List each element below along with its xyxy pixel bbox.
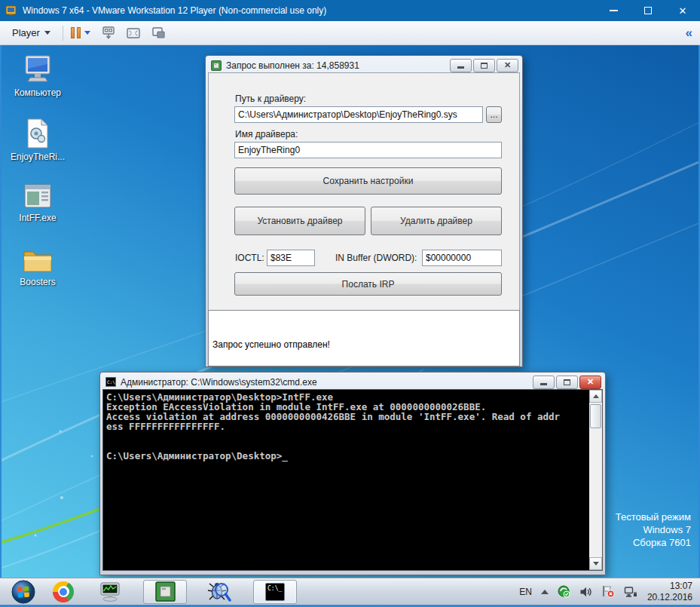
collapse-toolbar-icon[interactable]: « bbox=[686, 26, 692, 41]
vmware-titlebar: Windows 7 x64 - VMware Workstation 12 Pl… bbox=[0, 0, 700, 21]
desktop-icon-column: Компьютер EnjoyTheRi... bbox=[6, 54, 69, 293]
language-indicator[interactable]: EN bbox=[519, 587, 532, 597]
scroll-up-icon[interactable] bbox=[589, 390, 602, 403]
taskbar-clock[interactable]: 13:07 20.12.2016 bbox=[647, 581, 692, 603]
install-driver-button[interactable]: Установить драйвер bbox=[234, 207, 365, 235]
cmd-titlebar[interactable]: C:\ Администратор: C:\Windows\system32\c… bbox=[102, 375, 603, 389]
toolbar-separator bbox=[63, 26, 63, 41]
cmd-maximize-icon[interactable] bbox=[556, 376, 578, 389]
chip-icon bbox=[155, 581, 176, 602]
desktop-item-computer[interactable]: Компьютер bbox=[6, 54, 69, 100]
player-menu-label: Player bbox=[12, 27, 40, 38]
remove-driver-button[interactable]: Удалить драйвер bbox=[371, 207, 502, 235]
cmd-close-icon[interactable]: ✕ bbox=[579, 376, 601, 389]
cmd-line bbox=[106, 431, 587, 441]
in-buffer-input[interactable] bbox=[422, 250, 502, 266]
cmd-console[interactable]: C:\Users\Администратор\Desktop>IntFF.exe… bbox=[102, 389, 603, 571]
guest-desktop: Компьютер EnjoyTheRi... bbox=[0, 45, 700, 578]
cmd-minimize-icon[interactable] bbox=[533, 376, 555, 389]
network-icon[interactable] bbox=[624, 586, 638, 598]
driver-dialog-window: Запрос выполнен за: 14,858931 ✕ Путь к д… bbox=[205, 55, 523, 367]
dialog-minimize-icon[interactable] bbox=[450, 59, 472, 72]
save-settings-button[interactable]: Сохранить настройки bbox=[234, 167, 502, 195]
volume-icon[interactable] bbox=[579, 586, 592, 598]
start-button[interactable] bbox=[0, 580, 47, 604]
test-mode-watermark: Тестовый режим Windows 7 Сборка 7601 bbox=[616, 510, 691, 549]
send-irp-button[interactable]: Послать IRP bbox=[234, 272, 502, 296]
desktop-item-label: Boosters bbox=[20, 277, 55, 287]
driver-path-label: Путь к драйверу: bbox=[235, 94, 306, 104]
log-line: Запрос успешно отправлен! bbox=[212, 339, 515, 351]
request-log: Запрос успешно отправлен! - IOCTL : 0x00… bbox=[208, 310, 520, 366]
chrome-icon bbox=[53, 581, 74, 602]
suspend-vm-icon[interactable] bbox=[71, 27, 81, 38]
vmware-tools-tray-icon[interactable] bbox=[558, 585, 570, 598]
watermark-line: Сборка 7601 bbox=[616, 536, 691, 549]
driver-name-input[interactable] bbox=[234, 142, 502, 158]
desktop-item-boosters[interactable]: Boosters bbox=[6, 247, 69, 293]
driver-dialog-body: Путь к драйверу: ... Имя драйвера: Сохра… bbox=[208, 72, 520, 366]
send-ctrl-alt-del-icon[interactable] bbox=[101, 26, 116, 41]
system-monitor-icon bbox=[99, 581, 121, 602]
cmd-output: C:\Users\Администратор\Desktop>IntFF.exe… bbox=[106, 392, 587, 461]
watermark-line: Windows 7 bbox=[616, 523, 691, 536]
browse-button[interactable]: ... bbox=[486, 106, 502, 123]
guest-taskbar: C:\_ EN bbox=[0, 578, 700, 605]
debugger-bug-icon bbox=[207, 581, 231, 603]
taskbar-debugger-button[interactable] bbox=[197, 580, 241, 604]
cmd-line: ess FFFFFFFFFFFFFFFF. bbox=[106, 422, 587, 431]
vmware-minimize-icon[interactable] bbox=[596, 0, 631, 21]
vmware-window-title: Windows 7 x64 - VMware Workstation 12 Pl… bbox=[23, 5, 326, 16]
taskbar-cmd-button[interactable]: C:\_ bbox=[253, 580, 297, 604]
driver-name-label: Имя драйвера: bbox=[235, 129, 298, 139]
computer-icon bbox=[21, 54, 54, 84]
player-menu-button[interactable]: Player bbox=[8, 24, 55, 41]
clock-time: 13:07 bbox=[647, 581, 692, 592]
clock-date: 20.12.2016 bbox=[647, 592, 692, 603]
watermark-line: Тестовый режим bbox=[616, 510, 691, 523]
cmd-scrollbar[interactable] bbox=[589, 390, 602, 570]
vmware-player-window: Windows 7 x64 - VMware Workstation 12 Pl… bbox=[0, 0, 700, 607]
unity-mode-icon[interactable] bbox=[151, 26, 167, 41]
application-icon bbox=[23, 182, 53, 210]
show-hidden-icons-icon[interactable] bbox=[541, 590, 549, 594]
system-file-icon bbox=[25, 118, 50, 149]
vmware-app-icon bbox=[5, 5, 17, 17]
dialog-maximize-icon[interactable] bbox=[473, 59, 495, 72]
scroll-down-icon[interactable] bbox=[589, 557, 602, 570]
chip-icon bbox=[211, 60, 222, 71]
driver-dialog-titlebar[interactable]: Запрос выполнен за: 14,858931 ✕ bbox=[208, 58, 520, 72]
start-orb-icon bbox=[11, 580, 35, 604]
scrollbar-thumb[interactable] bbox=[590, 404, 601, 428]
cmd-icon: C:\ bbox=[105, 377, 116, 387]
power-options-caret-icon[interactable] bbox=[84, 31, 90, 35]
cmd-window: C:\ Администратор: C:\Windows\system32\c… bbox=[99, 372, 606, 575]
folder-icon bbox=[22, 247, 53, 274]
desktop-item-label: Компьютер bbox=[14, 87, 61, 98]
fullscreen-icon[interactable] bbox=[125, 26, 142, 41]
vmware-close-icon[interactable]: ✕ bbox=[665, 0, 700, 21]
taskbar-driver-tool-button[interactable] bbox=[143, 580, 187, 604]
in-buffer-label: IN Buffer (DWORD): bbox=[335, 253, 417, 263]
taskbar-chrome-button[interactable] bbox=[47, 580, 80, 604]
desktop-item-label: EnjoyTheRi... bbox=[11, 152, 65, 162]
desktop-item-enjoythering[interactable]: EnjoyTheRi... bbox=[6, 118, 69, 164]
cmd-prompt-line: C:\Users\Администратор\Desktop>_ bbox=[106, 451, 587, 461]
action-center-flag-icon[interactable] bbox=[601, 585, 615, 598]
player-menu-caret-icon bbox=[44, 31, 50, 35]
desktop-item-intff[interactable]: IntFF.exe bbox=[6, 182, 69, 228]
ioctl-label: IOCTL: bbox=[235, 253, 264, 263]
vmware-toolbar: Player « bbox=[0, 21, 700, 45]
cmd-icon: C:\_ bbox=[265, 583, 285, 601]
taskbar-monitor-button[interactable] bbox=[89, 580, 131, 604]
cmd-title: Администратор: C:\Windows\system32\cmd.e… bbox=[121, 377, 317, 388]
system-tray: EN bbox=[519, 581, 700, 603]
vmware-maximize-icon[interactable] bbox=[631, 0, 665, 21]
driver-dialog-title: Запрос выполнен за: 14,858931 bbox=[226, 60, 359, 71]
ioctl-input[interactable] bbox=[267, 250, 315, 266]
driver-path-input[interactable] bbox=[234, 106, 483, 123]
dialog-close-icon[interactable]: ✕ bbox=[497, 59, 518, 72]
desktop-item-label: IntFF.exe bbox=[19, 213, 56, 223]
